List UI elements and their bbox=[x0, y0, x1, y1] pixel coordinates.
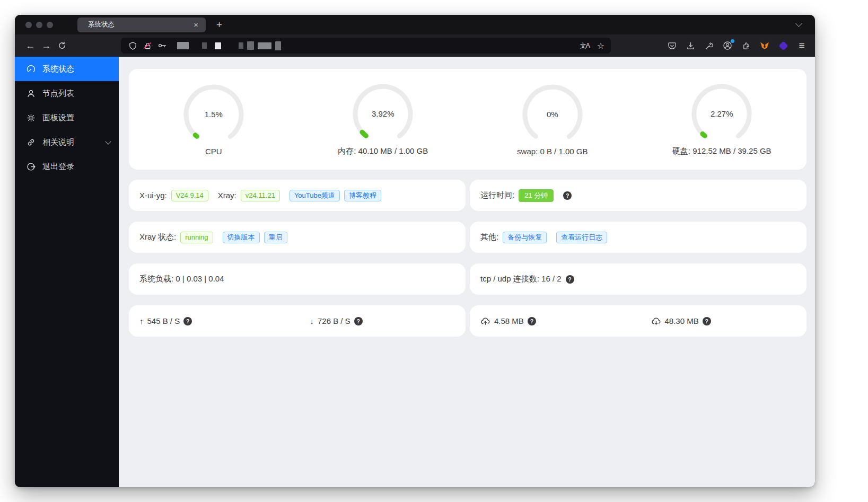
gauge-dial: 2.27% bbox=[690, 82, 753, 146]
sidebar-item-logout[interactable]: 退出登录 bbox=[15, 154, 119, 179]
link-icon bbox=[27, 138, 36, 147]
xui-version-label: X-ui-yg: bbox=[139, 191, 167, 200]
window-zoom-button[interactable] bbox=[47, 22, 53, 28]
other-card: 其他: 备份与恢复 查看运行日志 bbox=[470, 222, 806, 253]
gauge-disk: 2.27% 硬盘: 912.52 MB / 39.25 GB bbox=[637, 82, 807, 156]
download-total-value: 48.30 MB bbox=[665, 316, 699, 325]
connections-card: tcp / udp 连接数: 16 / 2 ? bbox=[470, 263, 806, 295]
gauge-label: 内存: 40.10 MB / 1.00 GB bbox=[338, 146, 428, 156]
url-redacted-text bbox=[177, 41, 281, 50]
back-button[interactable]: ← bbox=[22, 38, 38, 54]
menu-icon[interactable]: ≡ bbox=[796, 40, 808, 51]
download-speed: ↓ 726 B / S ? bbox=[300, 316, 466, 325]
window-minimize-button[interactable] bbox=[36, 22, 42, 28]
connections-help-icon[interactable]: ? bbox=[566, 275, 574, 284]
arrow-up-icon: ↑ bbox=[139, 316, 144, 325]
user-icon bbox=[27, 89, 36, 98]
connections-text: tcp / udp 连接数: 16 / 2 bbox=[480, 274, 562, 284]
upload-total-value: 4.58 MB bbox=[494, 316, 524, 325]
wrench-icon[interactable] bbox=[703, 40, 715, 51]
account-icon[interactable] bbox=[722, 40, 733, 51]
download-total-help-icon[interactable]: ? bbox=[703, 317, 711, 325]
wallet-icon[interactable] bbox=[777, 40, 789, 51]
upload-speed-help-icon[interactable]: ? bbox=[183, 317, 192, 325]
bookmark-star-icon[interactable]: ☆ bbox=[597, 41, 604, 51]
upload-speed-value: 545 B / S bbox=[147, 316, 180, 325]
gauge-value: 3.92% bbox=[351, 109, 415, 118]
gauge-label: CPU bbox=[205, 147, 222, 156]
extension-icon[interactable] bbox=[740, 40, 752, 51]
gauge-dial: 3.92% bbox=[351, 82, 415, 146]
redacted-block bbox=[202, 42, 207, 49]
youtube-channel-link[interactable]: YouTube频道 bbox=[290, 190, 340, 201]
chevron-down-icon bbox=[105, 138, 111, 144]
sidebar-item-label: 相关说明 bbox=[42, 137, 74, 147]
uptime-label: 运行时间: bbox=[480, 190, 514, 200]
info-row-4: ↑ 545 B / S ? ↓ 726 B / S ? bbox=[129, 305, 806, 337]
upload-speed: ↑ 545 B / S ? bbox=[129, 316, 295, 325]
sidebar-item-label: 面板设置 bbox=[42, 113, 74, 123]
forward-button[interactable]: → bbox=[38, 38, 54, 54]
sidebar-item-node-list[interactable]: 节点列表 bbox=[15, 81, 119, 105]
reload-icon bbox=[58, 41, 66, 50]
uptime-value-tag: 21 分钟 bbox=[519, 189, 554, 202]
browser-tab[interactable]: 系统状态 × bbox=[77, 17, 206, 32]
xray-status-card: Xray 状态: running 切换版本 重启 bbox=[129, 222, 466, 253]
view-logs-button[interactable]: 查看运行日志 bbox=[556, 232, 607, 243]
backup-restore-button[interactable]: 备份与恢复 bbox=[503, 232, 547, 243]
xray-status-label: Xray 状态: bbox=[139, 232, 176, 242]
xray-version-tag: v24.11.21 bbox=[241, 190, 280, 201]
upload-total-help-icon[interactable]: ? bbox=[528, 317, 536, 325]
redacted-block bbox=[177, 42, 189, 49]
browser-toolbar: ← → bbox=[15, 34, 815, 57]
browser-window: 系统状态 × + ← → bbox=[15, 15, 815, 487]
info-row-1: X-ui-yg: V24.9.14 Xray: v24.11.21 YouTub… bbox=[129, 180, 806, 211]
cloud-download-icon bbox=[651, 316, 661, 326]
translate-icon[interactable]: 文A bbox=[580, 41, 590, 50]
tab-overflow-chevron-icon[interactable] bbox=[795, 20, 802, 27]
download-speed-help-icon[interactable]: ? bbox=[354, 317, 363, 325]
uptime-card: 运行时间: 21 分钟 ? bbox=[470, 180, 806, 211]
gauge-value: 2.27% bbox=[690, 109, 753, 118]
gauge-cpu: 1.5% CPU bbox=[129, 83, 299, 156]
logout-icon bbox=[27, 162, 36, 171]
sidebar-item-system-status[interactable]: 系统状态 bbox=[15, 57, 119, 81]
uptime-help-icon[interactable]: ? bbox=[563, 191, 572, 200]
redacted-block bbox=[239, 42, 243, 49]
sidebar-item-label: 节点列表 bbox=[42, 89, 74, 99]
page-content: 系统状态 节点列表 面板设置 bbox=[15, 57, 815, 487]
gauge-memory: 3.92% 内存: 40.10 MB / 1.00 GB bbox=[299, 82, 468, 156]
redacted-block bbox=[215, 42, 221, 49]
url-bar[interactable]: 文A ☆ bbox=[121, 38, 611, 54]
download-total: 48.30 MB ? bbox=[641, 316, 807, 326]
sidebar-item-label: 系统状态 bbox=[42, 64, 74, 74]
wallet-blob bbox=[778, 41, 788, 50]
tab-close-icon[interactable]: × bbox=[191, 20, 200, 30]
key-icon[interactable] bbox=[157, 40, 168, 51]
version-card: X-ui-yg: V24.9.14 Xray: v24.11.21 YouTub… bbox=[129, 180, 466, 211]
shield-icon[interactable] bbox=[127, 40, 138, 51]
desktop: 系统状态 × + ← → bbox=[0, 0, 868, 502]
gauge-dial: 0% bbox=[521, 83, 584, 146]
gauge-value: 1.5% bbox=[182, 110, 246, 119]
sidebar-item-panel-settings[interactable]: 面板设置 bbox=[15, 105, 119, 130]
toolbar-extensions: ≡ bbox=[666, 40, 808, 51]
switch-version-button[interactable]: 切换版本 bbox=[223, 232, 260, 243]
downloads-icon[interactable] bbox=[685, 40, 696, 51]
menu-glyph: ≡ bbox=[799, 40, 804, 51]
redacted-block bbox=[258, 42, 271, 49]
cloud-upload-icon bbox=[480, 316, 490, 326]
new-tab-button[interactable]: + bbox=[213, 20, 225, 30]
tab-title: 系统状态 bbox=[88, 20, 191, 29]
blog-tutorial-link[interactable]: 博客教程 bbox=[344, 190, 381, 201]
restart-button[interactable]: 重启 bbox=[264, 232, 287, 243]
pocket-icon[interactable] bbox=[666, 40, 678, 51]
sidebar-item-docs[interactable]: 相关说明 bbox=[15, 130, 119, 154]
arrow-down-icon: ↓ bbox=[310, 316, 314, 325]
xray-version-label: Xray: bbox=[218, 191, 236, 200]
insecure-lock-icon[interactable] bbox=[142, 40, 153, 51]
gauge-label: swap: 0 B / 1.00 GB bbox=[517, 147, 588, 156]
metamask-icon[interactable] bbox=[759, 40, 770, 51]
reload-button[interactable] bbox=[54, 38, 70, 54]
window-close-button[interactable] bbox=[25, 22, 32, 28]
